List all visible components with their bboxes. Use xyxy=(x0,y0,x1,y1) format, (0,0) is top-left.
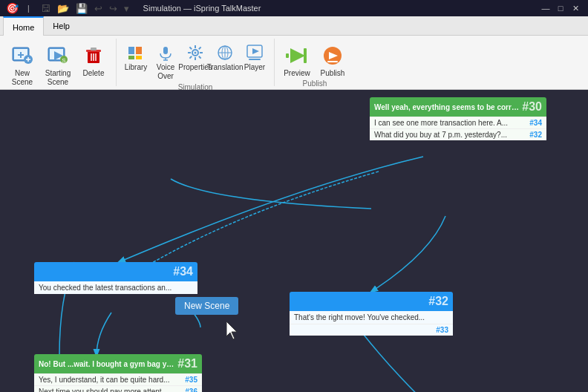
node-34-body: You checked the latest transactions an..… xyxy=(34,281,197,294)
node-34-header: #34 xyxy=(34,262,197,281)
ribbon-content: NewScene S StartingScene xyxy=(0,36,588,89)
svg-line-33 xyxy=(199,47,201,49)
node-30-choice-2[interactable]: What did you buy at 7 p.m. yesterday?...… xyxy=(370,128,546,140)
library-ribbon-btn[interactable]: Library xyxy=(122,42,149,74)
qa-redo[interactable]: ↪ xyxy=(107,1,120,16)
voice-over-ribbon-btn[interactable]: VoiceOver xyxy=(152,42,179,83)
ribbon-group-publish: Preview Publish Publish xyxy=(275,39,355,86)
ribbon-tabs: Home Help xyxy=(0,16,588,36)
svg-rect-19 xyxy=(136,47,142,54)
properties-icon xyxy=(186,44,204,62)
qa-undo[interactable]: ↩ xyxy=(92,1,105,16)
qa-new[interactable]: 🖫 xyxy=(39,1,53,16)
svg-line-32 xyxy=(199,56,201,59)
node-31-choice-1[interactable]: Yes, I understand, it can be quite hard.… xyxy=(34,373,202,385)
scenes-group-items: NewScene S StartingScene xyxy=(6,39,110,89)
node-31-header: No! But ...wait. I bought a gym bag yest… xyxy=(34,354,202,373)
player-label: Player xyxy=(244,63,265,71)
translation-icon xyxy=(216,44,234,62)
library-label: Library xyxy=(125,63,148,71)
delete-ribbon-btn[interactable]: Delete xyxy=(77,42,110,79)
ribbon: Home Help xyxy=(0,16,588,90)
minimize-btn[interactable]: — xyxy=(539,2,552,14)
svg-marker-48 xyxy=(226,321,237,339)
maximize-btn[interactable]: □ xyxy=(554,2,567,14)
node-30-choice-1[interactable]: I can see one more transaction here. A..… xyxy=(370,117,546,128)
node-31-choice-2[interactable]: Next time you should pay more attent... … xyxy=(34,385,202,392)
close-btn[interactable]: ✕ xyxy=(569,2,582,14)
starting-scene-icon: S xyxy=(46,44,70,68)
qa-dropdown[interactable]: ▾ xyxy=(122,1,131,16)
node-30[interactable]: Well yeah, everything seems to be correc… xyxy=(370,97,546,140)
qa-open[interactable]: 📂 xyxy=(55,1,71,16)
new-scene-ribbon-btn[interactable]: NewScene xyxy=(6,42,39,89)
svg-rect-43 xyxy=(304,48,307,63)
svg-rect-41 xyxy=(249,59,261,60)
preview-icon xyxy=(285,44,309,68)
translation-ribbon-btn[interactable]: Translation xyxy=(212,42,238,74)
publish-group-label: Publish xyxy=(303,79,327,89)
window-title: Simulation — iSpring TalkMaster xyxy=(143,4,261,13)
new-scene-icon xyxy=(10,44,34,68)
canvas[interactable]: Well yeah, everything seems to be correc… xyxy=(0,90,588,392)
svg-line-34 xyxy=(189,56,192,59)
ribbon-group-scenes: NewScene S StartingScene xyxy=(0,39,117,86)
title-bar-controls: — □ ✕ xyxy=(539,2,582,14)
node-32-header: #32 xyxy=(290,292,453,311)
delete-label: Delete xyxy=(83,69,105,77)
preview-label: Preview xyxy=(284,69,310,77)
new-scene-label: NewScene xyxy=(12,69,33,87)
delete-icon xyxy=(82,44,105,68)
translation-label: Translation xyxy=(206,63,243,71)
title-bar-left: 🎯 | 🖫 📂 💾 ↩ ↪ ▾ Simulation — iSpring Tal… xyxy=(6,1,261,16)
app-icon: 🎯 xyxy=(6,2,19,14)
svg-rect-44 xyxy=(286,53,289,58)
publish-icon xyxy=(321,44,344,68)
qa-save[interactable]: 💾 xyxy=(74,1,90,16)
quick-access-bar: 🖫 📂 💾 ↩ ↪ ▾ xyxy=(39,1,131,16)
node-34[interactable]: #34 You checked the latest transactions … xyxy=(34,262,197,294)
player-icon xyxy=(246,44,264,62)
library-icon xyxy=(127,44,145,62)
node-31[interactable]: No! But ...wait. I bought a gym bag yest… xyxy=(34,354,202,392)
starting-scene-label: StartingScene xyxy=(45,69,71,87)
svg-rect-20 xyxy=(128,56,134,59)
node-32-choice-1[interactable]: #33 xyxy=(290,324,453,336)
properties-ribbon-btn[interactable]: Properties xyxy=(182,42,209,74)
cursor-pointer xyxy=(226,321,241,342)
svg-marker-40 xyxy=(252,48,259,54)
ribbon-group-simulation: Library VoiceOver xyxy=(117,39,275,86)
publish-label: Publish xyxy=(321,69,345,77)
svg-rect-14 xyxy=(91,48,97,50)
voice-over-label: VoiceOver xyxy=(157,63,174,81)
node-32[interactable]: #32 That's the right move! You've checke… xyxy=(290,292,453,336)
svg-rect-18 xyxy=(128,47,134,54)
voice-over-icon xyxy=(157,44,174,62)
node-30-header: Well yeah, everything seems to be correc… xyxy=(370,97,546,117)
svg-marker-42 xyxy=(290,48,305,63)
svg-line-31 xyxy=(189,47,192,49)
svg-rect-21 xyxy=(136,56,142,59)
title-bar: 🎯 | 🖫 📂 💾 ↩ ↪ ▾ Simulation — iSpring Tal… xyxy=(0,0,588,16)
svg-point-26 xyxy=(195,52,197,54)
node-32-body: That's the right move! You've checked... xyxy=(290,311,453,324)
new-scene-popup-btn[interactable]: New Scene xyxy=(175,297,238,315)
preview-ribbon-btn[interactable]: Preview xyxy=(281,42,313,79)
starting-scene-ribbon-btn[interactable]: S StartingScene xyxy=(42,42,74,89)
svg-rect-22 xyxy=(163,47,168,54)
tab-home[interactable]: Home xyxy=(3,16,44,36)
tab-help[interactable]: Help xyxy=(44,16,79,36)
player-ribbon-btn[interactable]: Player xyxy=(241,42,268,74)
simulation-group-items: Library VoiceOver xyxy=(122,39,268,83)
publish-group-items: Preview Publish xyxy=(281,39,349,79)
svg-rect-47 xyxy=(327,61,338,62)
svg-text:S: S xyxy=(62,57,65,64)
publish-ribbon-btn[interactable]: Publish xyxy=(316,42,349,79)
